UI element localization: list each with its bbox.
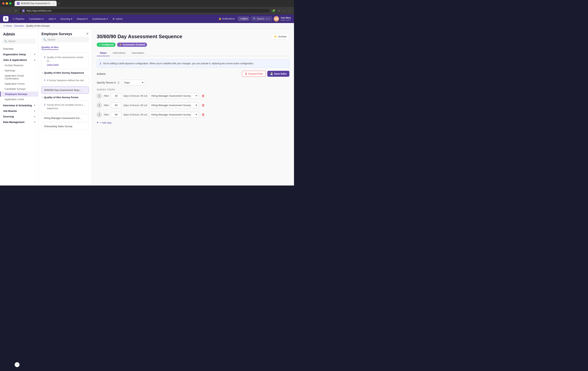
step-2-survey-select[interactable]: Hiring Manager Assessment Survey xyxy=(149,103,199,108)
nav-jobs[interactable]: Jobs ▾ xyxy=(46,16,58,21)
pipeline-label: Pipeline xyxy=(16,18,24,20)
tab-close-icon[interactable]: ✕ xyxy=(53,2,54,5)
minimize-button[interactable] xyxy=(6,2,8,5)
step-2-delete-icon[interactable]: 🗑 xyxy=(201,103,206,108)
form-item-hiring-manager[interactable]: Hiring Manager Assessment Sur... xyxy=(42,114,89,122)
step-1-delete-icon[interactable]: 🗑 xyxy=(201,93,206,98)
step-3-survey-select[interactable]: Hiring Manager Assessment Survey xyxy=(149,112,199,117)
sidebar-item-org-setup[interactable]: Organization Setup ▾ xyxy=(0,52,38,57)
sidebar-sub-app-forms[interactable]: Application Forms xyxy=(0,81,38,86)
panel-search-placeholder: Search xyxy=(47,38,55,41)
forms-desc: Survey forms are reusable across s... se… xyxy=(47,103,86,110)
sequences-title-text: Quality of Hire Survey Sequences xyxy=(44,71,84,74)
add-button[interactable]: + Add ▾ xyxy=(238,17,250,21)
tab-automation[interactable]: Automation xyxy=(129,50,147,56)
sidebar-item-interviews[interactable]: Interviews & Scheduling ▾ xyxy=(0,103,38,108)
form-item-onboarding-sales[interactable]: Onboarding Sales Survey xyxy=(42,123,89,130)
sidebar-sub-email-confirm[interactable]: Application Email Confirmation xyxy=(0,73,38,81)
sidebar-sub-app-limits[interactable]: Application Limits xyxy=(0,97,38,102)
add-label: + Add xyxy=(240,18,246,20)
address-bar[interactable]: A https://app.ashbyhq.com xyxy=(19,9,270,13)
panel-active-tab[interactable]: Quality of Hire xyxy=(42,45,59,50)
sourcing-chevron-icon: ▾ xyxy=(34,115,35,118)
new-tab-button[interactable]: + xyxy=(57,2,61,5)
add-step-icon: + xyxy=(97,121,98,124)
nav-sourcing[interactable]: Sourcing ▾ xyxy=(59,16,74,21)
tab-favicon: A xyxy=(17,2,20,5)
nav-pipeline[interactable]: ⬡ Pipeline xyxy=(11,16,26,21)
sidebar-item-overview[interactable]: Overview xyxy=(0,46,38,52)
add-step-button[interactable]: + + Add step xyxy=(97,120,112,125)
openings-label: Openings xyxy=(5,69,15,72)
data-mgmt-chevron: ▾ xyxy=(34,121,35,123)
badge-automation: ⚡ Automation Enabled xyxy=(117,42,147,47)
sidebar-sub-employee-surveys[interactable]: Employee Surveys xyxy=(0,92,38,97)
nav-dashboards[interactable]: Dashboards ▾ xyxy=(90,16,110,21)
sidebar-item-data-management[interactable]: Data Management ▾ xyxy=(0,119,38,125)
bookmark-icon[interactable]: ☆ xyxy=(283,9,286,13)
breadcrumb-home[interactable]: Home xyxy=(6,25,12,27)
refresh-button[interactable]: ↺ xyxy=(14,9,18,13)
sequence-item-30-60-90[interactable]: 30/60/90 Day Assessment Sequ... xyxy=(42,86,89,94)
breadcrumb-overview[interactable]: Overview xyxy=(14,25,24,27)
actions-buttons: 🗑 Discard Edits 💾 Save Edits xyxy=(242,71,289,77)
active-tab[interactable]: A 30/60/90 Day Assessment S... ✕ xyxy=(15,1,57,6)
dashboards-chevron: ▾ xyxy=(106,18,108,20)
search-label: Search xyxy=(257,18,264,20)
tenure-label: Specify Tenure in i xyxy=(97,81,120,84)
step-1-survey-select[interactable]: Hiring Manager Assessment Survey xyxy=(149,93,199,99)
overview-label: Overview xyxy=(3,47,13,50)
breadcrumb-sep-1: › xyxy=(13,25,13,27)
step-2-days-input[interactable] xyxy=(111,103,121,108)
sidebar-sub-candidate-surveys[interactable]: Candidate Surveys xyxy=(0,86,38,92)
jobs-applications-label: Jobs & Applications xyxy=(3,59,27,61)
sidebar-item-jobs-applications[interactable]: Jobs & Applications ▴ xyxy=(0,57,38,63)
profile-icon[interactable]: A xyxy=(277,9,281,13)
learn-more-link[interactable]: Learn more xyxy=(47,63,59,66)
sidebar-item-job-boards[interactable]: Job Boards ▾ xyxy=(0,108,38,114)
archive-button[interactable]: 📁 Archive xyxy=(271,34,289,40)
browser-actions: 🧩 A ☆ ⋮ xyxy=(272,9,292,13)
sidebar-sub-openings[interactable]: Openings xyxy=(0,68,38,73)
step-1-days-input[interactable] xyxy=(111,93,121,99)
nav-candidates[interactable]: Candidates ▾ xyxy=(27,16,46,21)
maximize-button[interactable] xyxy=(9,2,11,5)
sidebar-item-sourcing[interactable]: Sourcing ▾ xyxy=(0,114,38,119)
search-button[interactable]: 🔍 Search ⌘+K xyxy=(251,17,272,21)
menu-icon[interactable]: ⋮ xyxy=(288,9,292,13)
forms-title-text: Quality of Hire Survey Forms xyxy=(44,96,78,99)
archive-icon: 📁 xyxy=(274,35,277,38)
discard-icon: 🗑 xyxy=(245,72,247,75)
search-icon: 🔍 xyxy=(253,18,256,20)
close-button[interactable] xyxy=(2,2,5,5)
main-content: Admin 🔍 Search Overview Organization Set… xyxy=(0,29,294,186)
sidebar-title: Admin xyxy=(0,31,38,39)
back-button[interactable]: ← xyxy=(2,9,7,13)
nav-reports[interactable]: Reports ▾ xyxy=(75,16,90,21)
step-3-delete-icon[interactable]: 🗑 xyxy=(201,112,206,117)
app-logo[interactable]: A xyxy=(3,16,9,21)
discard-edits-button[interactable]: 🗑 Discard Edits xyxy=(242,71,266,77)
tenure-select[interactable]: Days Weeks Months xyxy=(122,80,145,85)
step-3-days-input[interactable] xyxy=(111,112,121,117)
actions-row: Actions 🗑 Discard Edits 💾 Save Edits xyxy=(97,71,289,77)
discard-label: Discard Edits xyxy=(248,72,263,75)
breadcrumb-sep-2: › xyxy=(25,25,25,27)
forward-button[interactable]: → xyxy=(8,9,12,13)
extensions-icon[interactable]: 🧩 xyxy=(272,9,276,13)
sidebar: Admin 🔍 Search Overview Organization Set… xyxy=(0,29,38,186)
middle-panel-close-button[interactable]: ✕ xyxy=(85,31,90,36)
nav-admin[interactable]: ⚙ Admin xyxy=(111,16,125,21)
candidates-chevron: ▾ xyxy=(42,18,44,20)
sidebar-sub-archive-reasons[interactable]: Archive Reasons xyxy=(0,63,38,68)
tab-instructions[interactable]: Instructions xyxy=(110,50,128,56)
sidebar-search[interactable]: 🔍 Search xyxy=(2,39,36,44)
user-avatar[interactable]: AM xyxy=(274,16,279,21)
save-edits-button[interactable]: 💾 Save Edits xyxy=(267,71,289,77)
step-circle-3: 3 xyxy=(97,112,102,117)
panel-search[interactable]: 🔍 Search xyxy=(42,37,89,42)
tab-steps[interactable]: Steps xyxy=(97,50,110,56)
logo-letter: A xyxy=(5,17,7,21)
notifications-button[interactable]: 🔔 Notifications xyxy=(217,17,236,21)
interviews-chevron: ▾ xyxy=(34,104,35,106)
